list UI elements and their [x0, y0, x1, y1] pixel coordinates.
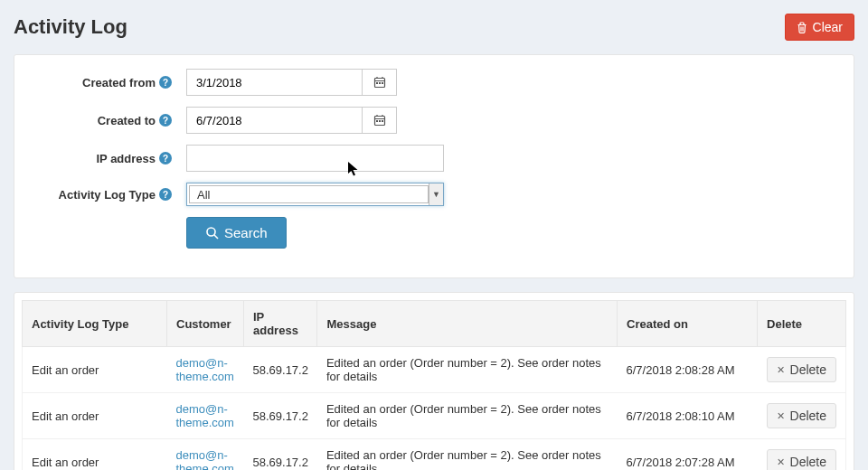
close-icon: ✕: [777, 456, 785, 468]
cell-type: Edit an order: [23, 439, 167, 471]
clear-button[interactable]: Clear: [785, 14, 854, 41]
col-type[interactable]: Activity Log Type: [23, 301, 167, 347]
col-message[interactable]: Message: [317, 301, 618, 347]
svg-rect-1: [376, 82, 378, 84]
log-type-value: All: [189, 185, 429, 203]
col-delete: Delete: [758, 301, 846, 347]
cell-type: Edit an order: [23, 347, 167, 393]
clear-label: Clear: [813, 20, 843, 34]
cell-message: Edited an order (Order number = 2). See …: [317, 439, 618, 471]
col-ip[interactable]: IP address: [244, 301, 317, 347]
svg-rect-2: [379, 82, 381, 84]
svg-rect-7: [382, 120, 383, 122]
search-label: Search: [224, 225, 268, 240]
svg-point-8: [207, 228, 215, 236]
filter-panel: Created from ? Created to ?: [14, 54, 854, 278]
results-panel: Activity Log Type Customer IP address Me…: [14, 292, 854, 470]
search-icon: [205, 226, 219, 240]
delete-label: Delete: [790, 362, 826, 377]
help-icon[interactable]: ?: [159, 188, 172, 201]
table-row: Edit an orderdemo@n-theme.com58.69.17.2E…: [23, 347, 846, 393]
close-icon: ✕: [777, 364, 785, 376]
delete-button[interactable]: ✕ Delete: [767, 449, 836, 470]
cell-created: 6/7/2018 2:08:10 AM: [618, 393, 758, 439]
table-row: Edit an orderdemo@n-theme.com58.69.17.2E…: [23, 393, 846, 439]
help-icon[interactable]: ?: [159, 114, 172, 127]
page-title: Activity Log: [14, 15, 127, 39]
delete-button[interactable]: ✕ Delete: [767, 403, 836, 428]
delete-label: Delete: [790, 409, 826, 423]
cell-ip: 58.69.17.2: [244, 393, 317, 439]
search-button[interactable]: Search: [186, 217, 287, 249]
delete-label: Delete: [790, 455, 826, 469]
cell-ip: 58.69.17.2: [244, 439, 317, 471]
cell-type: Edit an order: [23, 393, 167, 439]
help-icon[interactable]: ?: [159, 152, 172, 164]
results-table: Activity Log Type Customer IP address Me…: [22, 300, 846, 470]
delete-button[interactable]: ✕ Delete: [767, 357, 836, 382]
help-icon[interactable]: ?: [159, 76, 172, 89]
table-row: Edit an orderdemo@n-theme.com58.69.17.2E…: [23, 439, 846, 471]
cell-created: 6/7/2018 2:08:28 AM: [618, 347, 758, 393]
created-from-input[interactable]: [186, 69, 363, 96]
created-to-input[interactable]: [186, 107, 363, 134]
ip-input[interactable]: [186, 145, 444, 172]
created-from-label: Created from ?: [33, 76, 177, 89]
svg-rect-3: [382, 82, 383, 84]
chevron-down-icon[interactable]: ▼: [429, 183, 443, 205]
trash-icon: [797, 22, 807, 33]
customer-link[interactable]: demo@n-theme.com: [176, 448, 234, 470]
customer-link[interactable]: demo@n-theme.com: [176, 356, 234, 383]
created-to-label: Created to ?: [33, 114, 177, 127]
log-type-label: Activity Log Type ?: [33, 188, 177, 202]
log-type-select[interactable]: All ▼: [186, 183, 444, 206]
customer-link[interactable]: demo@n-theme.com: [176, 402, 234, 429]
col-customer[interactable]: Customer: [167, 301, 244, 347]
close-icon: ✕: [777, 410, 785, 422]
calendar-icon[interactable]: [363, 69, 397, 96]
calendar-icon[interactable]: [363, 107, 397, 134]
cell-message: Edited an order (Order number = 2). See …: [317, 393, 618, 439]
cell-created: 6/7/2018 2:07:28 AM: [618, 439, 758, 471]
svg-rect-5: [376, 120, 378, 122]
col-created[interactable]: Created on: [618, 301, 758, 347]
cell-message: Edited an order (Order number = 2). See …: [317, 347, 618, 393]
svg-rect-6: [379, 120, 381, 122]
cell-ip: 58.69.17.2: [244, 347, 317, 393]
ip-label: IP address ?: [33, 152, 177, 165]
